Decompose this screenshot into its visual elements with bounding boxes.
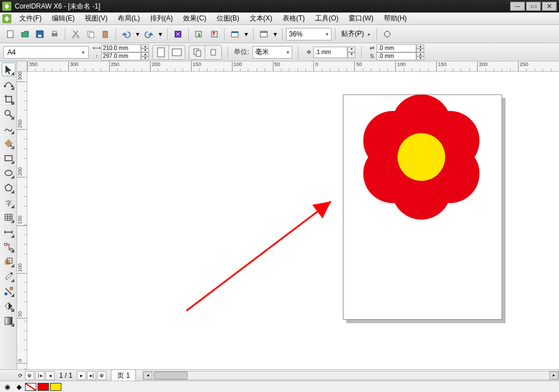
- smart-fill-tool[interactable]: [2, 137, 15, 150]
- app-icon: [2, 2, 11, 11]
- vertical-ruler[interactable]: 300250200150100500: [17, 72, 27, 369]
- export-button[interactable]: [207, 27, 221, 41]
- menu-window[interactable]: 窗口(W): [344, 13, 378, 24]
- welcome-dropdown[interactable]: ▾: [272, 27, 279, 41]
- maximize-button[interactable]: ▭: [526, 2, 541, 11]
- scroll-thumb[interactable]: [154, 372, 188, 379]
- landscape-button[interactable]: [169, 46, 185, 59]
- menu-layout[interactable]: 布局(L): [113, 13, 144, 24]
- units-combo[interactable]: 毫米 ▾: [252, 46, 292, 59]
- paste-button[interactable]: [98, 27, 112, 41]
- menu-bitmaps[interactable]: 位图(B): [212, 13, 244, 24]
- menu-help[interactable]: 帮助(H): [379, 13, 412, 24]
- ruler-origin[interactable]: [17, 61, 27, 72]
- page[interactable]: [343, 94, 502, 320]
- no-fill-swatch[interactable]: [25, 383, 36, 391]
- separator: [115, 28, 116, 40]
- minimize-button[interactable]: ─: [510, 2, 525, 11]
- nudge-spinner[interactable]: ▴▾: [347, 47, 355, 58]
- undo-button[interactable]: [119, 27, 133, 41]
- cut-button[interactable]: [69, 27, 82, 41]
- scroll-right-button[interactable]: ▸: [549, 372, 558, 379]
- all-pages-button[interactable]: [189, 46, 205, 59]
- last-page-button[interactable]: ▸|: [87, 371, 96, 380]
- search-button[interactable]: [171, 27, 185, 41]
- dup-x-input[interactable]: .0 mm: [376, 44, 416, 52]
- svg-rect-8: [89, 32, 94, 38]
- width-spinner[interactable]: ▴▾: [141, 44, 149, 52]
- copy-button[interactable]: [84, 27, 97, 41]
- interactive-fill-tool[interactable]: [2, 314, 15, 328]
- add-page-before-button[interactable]: ⊕: [25, 371, 34, 380]
- undo-dropdown[interactable]: ▾: [134, 27, 141, 41]
- crop-tool[interactable]: [2, 92, 15, 106]
- canvas[interactable]: [27, 72, 559, 369]
- fill-tool[interactable]: [2, 299, 15, 313]
- height-spinner[interactable]: ▴▾: [141, 52, 149, 60]
- menu-view[interactable]: 视图(V): [80, 13, 112, 24]
- nudge-input[interactable]: .1 mm: [313, 47, 347, 58]
- dup-y-spinner[interactable]: ▴▾: [416, 52, 424, 60]
- portrait-button[interactable]: [153, 46, 169, 59]
- rectangle-tool[interactable]: [2, 151, 15, 165]
- menu-table[interactable]: 表格(T): [278, 13, 309, 24]
- dup-y-input[interactable]: .0 mm: [376, 52, 416, 60]
- shape-tool[interactable]: [2, 77, 15, 91]
- menu-tools[interactable]: 工具(O): [310, 13, 343, 24]
- zoom-combo[interactable]: 36% ▾: [286, 28, 332, 40]
- effects-tool[interactable]: [2, 255, 15, 269]
- rewind-icon[interactable]: ⟳: [17, 371, 24, 380]
- redo-dropdown[interactable]: ▾: [157, 27, 164, 41]
- text-tool[interactable]: 字: [2, 196, 15, 209]
- ellipse-tool[interactable]: [2, 166, 15, 180]
- polygon-tool[interactable]: [2, 181, 15, 195]
- yellow-swatch[interactable]: [50, 383, 61, 391]
- dup-x-spinner[interactable]: ▴▾: [416, 44, 424, 52]
- import-button[interactable]: [192, 27, 206, 41]
- add-page-after-button[interactable]: ⊕: [97, 371, 106, 380]
- svg-rect-20: [172, 49, 181, 56]
- freehand-tool[interactable]: [2, 122, 15, 135]
- preview-icon[interactable]: ◉: [2, 383, 13, 391]
- options-button[interactable]: [380, 27, 394, 41]
- horizontal-ruler[interactable]: 35030025020015010050050100150200250300: [27, 61, 559, 72]
- horizontal-scrollbar[interactable]: ◂ ▸: [143, 371, 559, 380]
- menu-edit[interactable]: 编辑(E): [47, 13, 79, 24]
- close-button[interactable]: ✕: [542, 2, 557, 11]
- print-button[interactable]: [48, 27, 61, 41]
- pick-tool[interactable]: [2, 63, 15, 76]
- menu-text[interactable]: 文本(X): [245, 13, 277, 24]
- fill-indicator-icon[interactable]: ◆: [14, 383, 24, 391]
- separator: [282, 28, 283, 40]
- new-button[interactable]: [3, 27, 17, 41]
- menu-effects[interactable]: 效果(C): [179, 13, 211, 24]
- svg-rect-34: [5, 259, 10, 265]
- dimension-tool[interactable]: [2, 225, 15, 239]
- welcome-button[interactable]: [257, 27, 271, 41]
- zoom-tool[interactable]: [2, 107, 15, 121]
- page-size-combo[interactable]: A4 ▾: [3, 46, 89, 59]
- table-tool[interactable]: [2, 211, 15, 224]
- svg-rect-10: [104, 31, 106, 32]
- prev-page-button[interactable]: ◂: [45, 371, 55, 380]
- menu-arrange[interactable]: 排列(A): [146, 13, 177, 24]
- eyedropper-tool[interactable]: [2, 270, 15, 283]
- page-width-input[interactable]: 210.0 mm: [101, 44, 141, 52]
- ruler-tick: 50: [273, 61, 280, 72]
- next-page-button[interactable]: ▸: [77, 371, 86, 380]
- page-height-input[interactable]: 297.0 mm: [101, 52, 141, 60]
- redo-button[interactable]: [142, 27, 156, 41]
- outline-tool[interactable]: [2, 284, 15, 298]
- current-page-button[interactable]: [205, 46, 221, 59]
- save-button[interactable]: [33, 27, 47, 41]
- red-swatch[interactable]: [38, 383, 49, 391]
- app-launcher-button[interactable]: [228, 27, 242, 41]
- menu-file[interactable]: 文件(F): [15, 13, 46, 24]
- page-tab-1[interactable]: 页 1: [111, 369, 136, 382]
- connector-tool[interactable]: [2, 240, 15, 254]
- first-page-button[interactable]: |◂: [35, 371, 44, 380]
- snap-combo[interactable]: 贴齐(P) ▸: [339, 28, 373, 40]
- open-button[interactable]: [18, 27, 32, 41]
- scroll-left-button[interactable]: ◂: [143, 372, 152, 379]
- app-launcher-dropdown[interactable]: ▾: [243, 27, 250, 41]
